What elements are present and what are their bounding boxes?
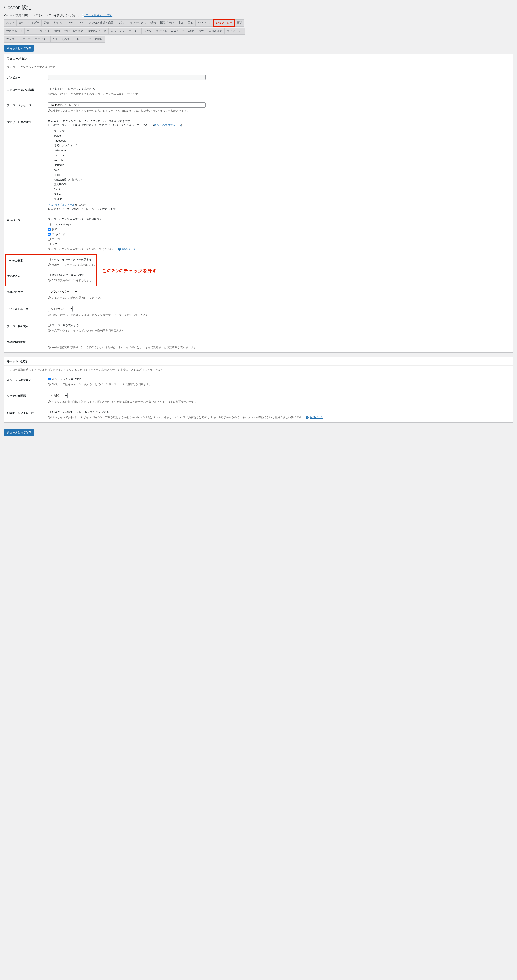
tab-画像[interactable]: 画像 [234,19,245,27]
page-checkbox-フロントページ[interactable]: フロントページ [48,223,511,227]
display-checkbox-line[interactable]: 本文下のフォローボタンを表示する [48,87,511,91]
profile-link[interactable]: あなたのプロフィール [48,203,75,206]
help-icon: ? [118,248,121,251]
cache-enable-line[interactable]: キャッシュを有効にする [48,377,511,381]
tab-コメント[interactable]: コメント [37,28,52,35]
page-checkbox-input[interactable] [48,223,51,226]
save-button-bottom[interactable]: 変更をまとめて保存 [4,429,34,436]
user-select[interactable]: なまけもの [48,306,73,312]
sns-service-item: Flickr [54,173,511,177]
sns-service-item: Slack [54,188,511,192]
feedlycount-label: feedly購読者数 [4,336,46,353]
rss-checkbox[interactable] [48,274,51,277]
tab-おすすめカード[interactable]: おすすめカード [85,28,108,35]
follow-message-input[interactable] [48,102,206,108]
info-icon [48,329,51,332]
tab-フッター[interactable]: フッター [126,28,142,35]
tab-アクセス解析・認証[interactable]: アクセス解析・認証 [87,19,115,27]
tab-ヘッダー[interactable]: ヘッダー [26,19,41,27]
tab-ボタン[interactable]: ボタン [142,28,154,35]
rss-checkbox-line[interactable]: RSS購読ボタンを表示する [48,273,511,277]
tab-AMP[interactable]: AMP [186,28,196,35]
tab-OGP[interactable]: OGP [76,19,87,27]
tab-リセット[interactable]: リセット [72,36,87,43]
profile-link-inline[interactable]: あなたのプロフィール [154,124,181,127]
info-icon [48,109,51,113]
feedly-checkbox-line[interactable]: feedlyフォローボタンを表示する [48,258,511,262]
manual-link[interactable]: テーマ利用マニュアル [81,14,113,17]
color-select[interactable]: ブランドカラー [48,289,78,294]
tab-投稿[interactable]: 投稿 [148,19,158,27]
tab-固定ページ[interactable]: 固定ページ [158,19,176,27]
page-checkbox-input[interactable] [48,233,51,235]
count-checkbox-line[interactable]: フォロー数を表示する [48,323,511,328]
sns-services-list: ウェブサイトTwitterFacebookはてなブックマークInstagramP… [54,129,511,201]
page-checkbox-投稿[interactable]: 投稿 [48,227,511,231]
snsurl-label: SNSサービスのURL [4,116,46,214]
tab-スキン[interactable]: スキン [4,19,17,27]
sns-service-item: GitHub [54,192,511,196]
follow-section-title: フォローボタン [4,54,513,63]
tab-ウィジェット[interactable]: ウィジェット [224,28,245,35]
tab-通知[interactable]: 通知 [52,28,62,35]
help-link-pages[interactable]: 解説ページ [122,247,135,251]
tab-カルーセル[interactable]: カルーセル [108,28,126,35]
info-icon [48,313,51,317]
scheme-checkbox[interactable] [48,411,51,414]
intro-text: Cocoonの設定全般についてはマニュアルを参照してください。 [4,14,81,17]
save-button-top[interactable]: 変更をまとめて保存 [4,45,34,52]
tab-PWA[interactable]: PWA [196,28,207,35]
tab-404ページ[interactable]: 404ページ [169,28,186,35]
tab-タイトル[interactable]: タイトル [51,19,67,27]
tab-エディター[interactable]: エディター [33,36,51,43]
info-icon [48,345,51,350]
tab-SNSシェア[interactable]: SNSシェア [195,19,213,27]
tab-アピールエリア[interactable]: アピールエリア [62,28,85,35]
tab-全体[interactable]: 全体 [16,19,26,27]
scheme-checkbox-line[interactable]: 別スキームのSNSフォロー数をキャッシュする [48,410,511,414]
preview-label: プレビュー [4,72,46,84]
display-label: フォローボタンの表示 [4,84,46,99]
page-checkbox-input[interactable] [48,238,51,240]
tab-目次[interactable]: 目次 [186,19,196,27]
intro-line: Cocoonの設定全般についてはマニュアルを参照してください。 テーマ利用マニュ… [4,13,513,18]
page-checkbox-タグ[interactable]: タグ [48,242,511,246]
page-checkbox-input[interactable] [48,228,51,231]
document-icon [81,14,85,17]
tab-テーマ情報[interactable]: テーマ情報 [87,36,105,43]
tab-SEO[interactable]: SEO [66,19,76,27]
page-checkbox-固定ページ[interactable]: 固定ページ [48,232,511,236]
count-label: フォロー数の表示 [4,320,46,336]
tab-ウィジェットエリア[interactable]: ウィジェットエリア [4,36,33,43]
tab-コード[interactable]: コード [24,28,37,35]
info-icon [48,92,51,96]
tab-SNSフォロー[interactable]: SNSフォロー [213,19,235,27]
tab-管理者画面[interactable]: 管理者画面 [207,28,224,35]
cache-enable-checkbox[interactable] [48,378,51,380]
tab-本文[interactable]: 本文 [176,19,186,27]
count-checkbox[interactable] [48,324,51,327]
info-icon [48,382,51,387]
page-checkbox-カテゴリー[interactable]: カテゴリー [48,237,511,241]
sns-service-item: note [54,168,511,172]
tab-インデックス[interactable]: インデックス [128,19,148,27]
interval-select[interactable]: 12時間 [48,393,68,398]
tab-ブログカード[interactable]: ブログカード [4,28,25,35]
tab-広告[interactable]: 広告 [41,19,51,27]
tab-モバイル[interactable]: モバイル [154,28,169,35]
sns-service-item: ウェブサイト [54,129,511,133]
tab-その他[interactable]: その他 [59,36,72,43]
tab-カラム[interactable]: カラム [115,19,128,27]
help-icon: ? [306,416,309,419]
feedly-checkbox[interactable] [48,258,51,261]
info-icon [48,415,51,420]
help-link-scheme[interactable]: 解説ページ [310,416,323,419]
page-checkbox-input[interactable] [48,243,51,245]
display-checkbox[interactable] [48,88,51,90]
cache-enable-label: キャッシュの有効化 [4,374,46,390]
sns-service-item: はてなブックマーク [54,143,511,148]
info-icon [48,296,51,300]
info-icon [48,278,51,282]
feedly-count-input[interactable] [48,339,62,344]
tab-API[interactable]: API [51,36,59,43]
